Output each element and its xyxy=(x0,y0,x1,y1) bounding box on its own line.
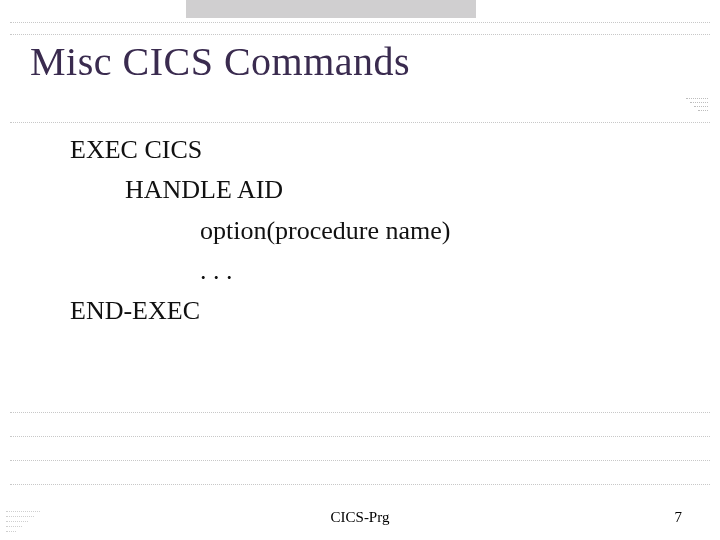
code-line-3: option(procedure name) xyxy=(200,211,451,251)
slide-body: EXEC CICS HANDLE AID option(procedure na… xyxy=(70,130,451,331)
title-bar-graphic xyxy=(186,0,476,18)
page-number: 7 xyxy=(675,509,683,526)
code-line-4: . . . xyxy=(200,251,451,291)
code-line-1: EXEC CICS xyxy=(70,130,451,170)
corner-deco-icon xyxy=(6,498,40,532)
code-line-5: END-EXEC xyxy=(70,291,451,331)
footer-label: CICS-Prg xyxy=(0,509,720,526)
code-line-2: HANDLE AID xyxy=(125,170,451,210)
slide-title: Misc CICS Commands xyxy=(30,38,410,85)
divider-wedge-icon xyxy=(686,98,708,116)
